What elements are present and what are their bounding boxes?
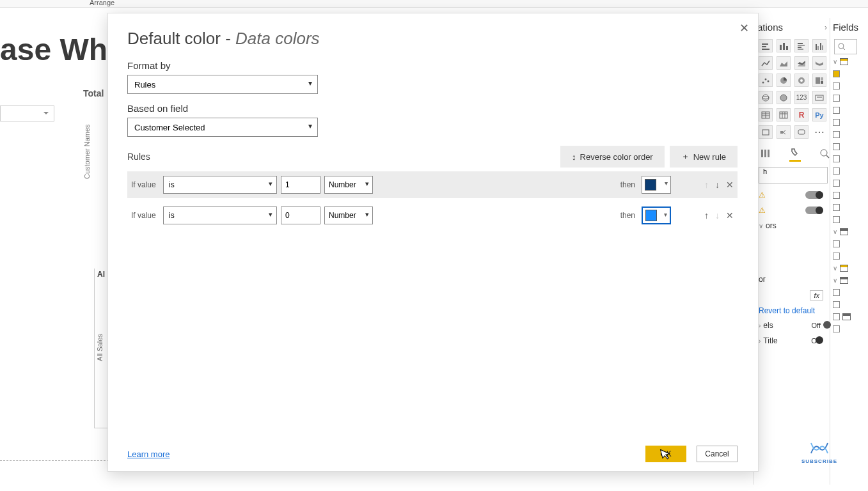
rule-type-select[interactable]: Number	[324, 176, 373, 194]
checkbox-icon[interactable]	[833, 82, 840, 90]
based-on-field-select[interactable]: Customer Selected	[127, 118, 318, 137]
format-title-row[interactable]: ›Title On	[757, 333, 825, 348]
viz-area-icon[interactable]	[777, 56, 791, 70]
rule-type-select[interactable]: Number	[324, 207, 373, 224]
format-tab-icon[interactable]	[789, 148, 801, 162]
ribbon-arrange-label[interactable]: Arrange	[90, 0, 114, 6]
viz-line-icon[interactable]	[759, 56, 773, 70]
viz-map-icon[interactable]	[759, 91, 773, 104]
viz-matrix-icon[interactable]	[777, 108, 791, 121]
format-search-input[interactable]	[759, 167, 828, 183]
collapse-icon[interactable]: ›	[825, 23, 827, 32]
analytics-tab-icon[interactable]	[819, 148, 830, 162]
format-slider-row[interactable]: ⚠	[757, 187, 825, 203]
field-item[interactable]	[833, 313, 865, 320]
viz-key-influencers-icon[interactable]	[759, 125, 773, 139]
checkbox-icon[interactable]	[833, 192, 840, 199]
delete-rule-icon[interactable]: ✕	[726, 211, 734, 220]
format-data-colors-row[interactable]: ∨ors	[757, 218, 825, 233]
field-item[interactable]	[833, 180, 865, 187]
format-default-color-row[interactable]: or	[757, 272, 825, 287]
viz-pie-icon[interactable]	[777, 74, 791, 87]
viz-stacked-area-icon[interactable]	[794, 56, 809, 70]
format-data-labels-row[interactable]: ›els Off	[757, 318, 825, 333]
field-item[interactable]: ∨	[833, 228, 865, 235]
close-icon[interactable]: ✕	[739, 22, 749, 34]
checkbox-icon[interactable]	[833, 107, 840, 114]
checkbox-icon[interactable]	[833, 240, 840, 247]
toggle-icon[interactable]	[805, 207, 823, 214]
viz-python-icon[interactable]: Py	[812, 108, 826, 121]
format-slider-row[interactable]: ⚠	[757, 203, 825, 218]
viz-more-icon[interactable]: ⋯	[812, 125, 826, 139]
field-item[interactable]	[833, 143, 865, 150]
viz-clustered-bar-icon[interactable]	[794, 39, 809, 52]
viz-filled-map-icon[interactable]	[777, 91, 791, 104]
field-item[interactable]	[833, 131, 865, 138]
rule-operator-select[interactable]: is	[163, 176, 277, 194]
move-down-icon[interactable]: ↓	[715, 180, 720, 189]
viz-clustered-column-icon[interactable]	[812, 39, 826, 52]
checkbox-icon[interactable]	[833, 253, 840, 260]
field-item[interactable]	[833, 95, 865, 102]
field-item[interactable]	[833, 289, 865, 296]
field-item[interactable]	[833, 82, 865, 90]
new-rule-button[interactable]: ＋ New rule	[670, 146, 738, 168]
learn-more-link[interactable]: Learn more	[127, 449, 170, 459]
reverse-color-order-button[interactable]: ↕ Reverse color order	[560, 146, 665, 168]
checkbox-icon[interactable]	[833, 289, 840, 296]
viz-treemap-icon[interactable]	[812, 74, 826, 87]
viz-r-script-icon[interactable]: R	[794, 108, 809, 121]
field-item[interactable]	[833, 155, 865, 162]
move-up-icon[interactable]: ↑	[704, 211, 709, 220]
format-fx-button[interactable]: fx	[757, 287, 825, 304]
viz-card-icon[interactable]	[812, 91, 826, 104]
viz-ribbon-icon[interactable]	[812, 56, 826, 70]
field-item[interactable]: ∨	[833, 277, 865, 284]
ok-button[interactable]: OK	[645, 446, 686, 462]
field-item[interactable]	[833, 253, 865, 260]
checkbox-icon[interactable]	[833, 131, 840, 138]
cancel-button[interactable]: Cancel	[697, 446, 738, 462]
viz-column-icon[interactable]	[777, 39, 791, 52]
checkbox-icon[interactable]	[833, 70, 840, 77]
checkbox-icon[interactable]	[833, 180, 840, 187]
viz-scatter-icon[interactable]	[759, 74, 773, 87]
checkbox-icon[interactable]	[833, 313, 840, 320]
fields-search-input[interactable]	[834, 39, 857, 54]
checkbox-icon[interactable]	[833, 168, 840, 175]
rule-color-picker[interactable]	[642, 176, 671, 194]
field-item[interactable]: ∨	[833, 58, 865, 65]
viz-stacked-bar-icon[interactable]	[759, 39, 773, 52]
field-item[interactable]	[833, 107, 865, 114]
field-item[interactable]: ∨	[833, 265, 865, 272]
field-item[interactable]	[833, 168, 865, 175]
field-item[interactable]	[833, 240, 865, 247]
checkbox-icon[interactable]	[833, 216, 840, 223]
checkbox-icon[interactable]	[833, 95, 840, 102]
checkbox-icon[interactable]	[833, 143, 840, 150]
viz-qa-icon[interactable]	[794, 125, 809, 139]
viz-donut-icon[interactable]	[794, 74, 809, 87]
checkbox-icon[interactable]	[833, 155, 840, 162]
viz-decomposition-icon[interactable]	[777, 125, 791, 139]
checkbox-icon[interactable]	[833, 119, 840, 126]
checkbox-icon[interactable]	[833, 301, 840, 308]
toggle-icon[interactable]	[805, 191, 823, 199]
field-item[interactable]	[833, 119, 865, 126]
rule-value-input[interactable]	[281, 176, 320, 194]
slicer-dropdown[interactable]	[0, 105, 54, 121]
checkbox-icon[interactable]	[833, 204, 840, 211]
delete-rule-icon[interactable]: ✕	[726, 180, 734, 189]
format-by-select[interactable]: Rules	[127, 75, 318, 94]
field-item[interactable]	[833, 70, 865, 77]
rule-operator-select[interactable]: is	[163, 207, 277, 224]
field-item[interactable]	[833, 192, 865, 199]
checkbox-icon[interactable]	[833, 325, 840, 332]
field-item[interactable]	[833, 325, 865, 332]
viz-table-icon[interactable]	[759, 108, 773, 121]
viz-gauge-icon[interactable]: 123	[794, 91, 809, 104]
fields-tab-icon[interactable]	[760, 148, 771, 162]
revert-to-default-link[interactable]: Revert to default	[757, 304, 825, 318]
field-item[interactable]	[833, 204, 865, 211]
